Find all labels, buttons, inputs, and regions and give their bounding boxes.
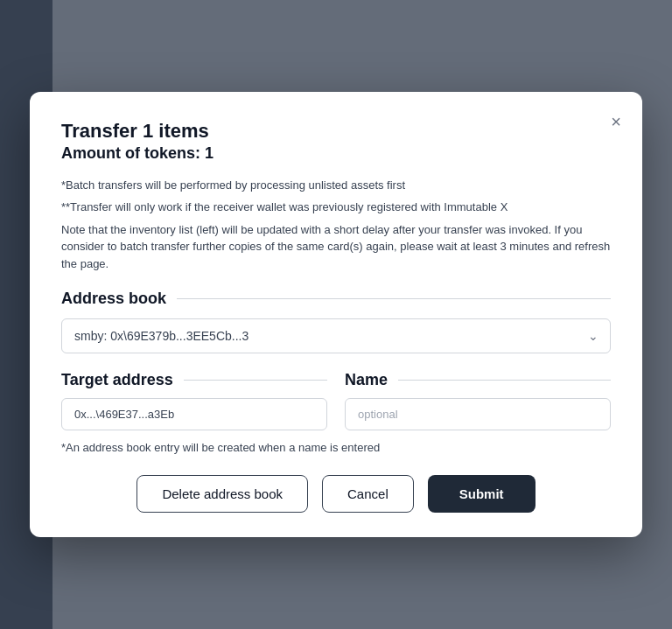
address-name-row: Target address Name: [61, 371, 611, 430]
address-book-label: Address book: [61, 290, 166, 308]
address-book-divider: [177, 298, 611, 299]
address-book-header: Address book: [61, 290, 611, 308]
modal-title: Transfer 1 items: [61, 120, 611, 143]
target-address-group: Target address: [61, 371, 327, 430]
target-address-input[interactable]: [61, 398, 327, 430]
delete-address-book-button[interactable]: Delete address book: [136, 475, 308, 513]
submit-button[interactable]: Submit: [428, 475, 536, 513]
transfer-modal: × Transfer 1 items Amount of tokens: 1 *…: [30, 92, 642, 538]
address-book-select[interactable]: smby: 0x\69E379b...3EE5Cb...3: [61, 318, 611, 353]
target-address-header: Target address: [61, 371, 327, 389]
address-book-select-wrapper: smby: 0x\69E379b...3EE5Cb...3 ⌄: [61, 318, 611, 353]
modal-actions: Delete address book Cancel Submit: [61, 475, 611, 513]
modal-overlay: × Transfer 1 items Amount of tokens: 1 *…: [0, 0, 672, 629]
close-button[interactable]: ×: [607, 109, 625, 134]
name-header: Name: [345, 371, 611, 389]
name-divider: [398, 380, 611, 381]
close-icon: ×: [611, 113, 621, 130]
name-group: Name: [345, 371, 611, 430]
cancel-button[interactable]: Cancel: [322, 475, 414, 513]
notice-2: **Transfer will only work if the receive…: [61, 199, 611, 216]
notice-1: *Batch transfers will be performed by pr…: [61, 177, 611, 194]
name-input[interactable]: [345, 398, 611, 430]
modal-subtitle: Amount of tokens: 1: [61, 144, 611, 163]
address-note: *An address book entry will be created w…: [61, 441, 611, 454]
target-address-divider: [184, 380, 327, 381]
target-address-label: Target address: [61, 371, 173, 389]
name-label: Name: [345, 371, 388, 389]
notice-3: Note that the inventory list (left) will…: [61, 221, 611, 273]
